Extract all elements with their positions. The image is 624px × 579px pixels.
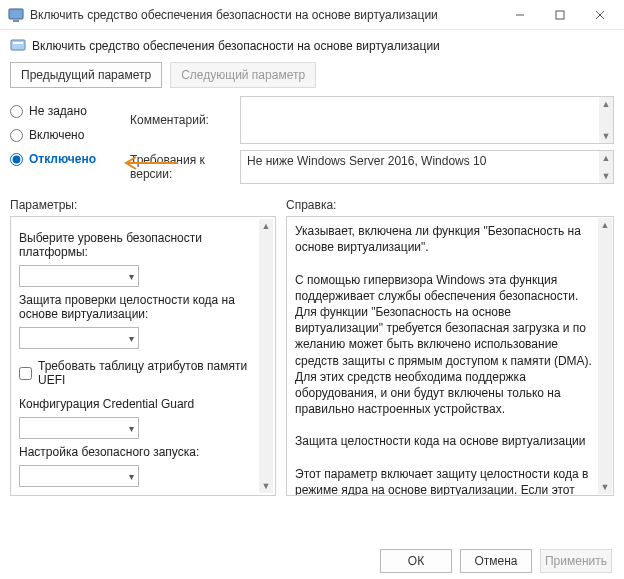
close-button[interactable] [580,1,620,29]
scroll-up-icon[interactable]: ▲ [259,219,273,233]
scroll-up-icon[interactable]: ▲ [599,97,613,111]
platform-security-dropdown[interactable]: ▾ [19,265,139,287]
maximize-button[interactable] [540,1,580,29]
requirements-value: Не ниже Windows Server 2016, Windows 10 [247,154,486,168]
params-column: Параметры: Выберите уровень безопасности… [10,198,276,496]
params-header: Параметры: [10,198,276,212]
uefi-checkbox-label: Требовать таблицу атрибутов памяти UEFI [38,359,267,387]
radio-disabled-label: Отключено [29,152,96,166]
code-integrity-label: Защита проверки целостности кода на осно… [19,293,267,321]
state-and-fields: Не задано Включено Отключено Комментарий… [10,96,614,190]
svg-rect-6 [11,40,25,50]
radio-enabled[interactable]: Включено [10,128,130,142]
state-radios: Не задано Включено Отключено [10,96,130,190]
minimize-button[interactable] [500,1,540,29]
comment-textarea[interactable]: ▲ ▼ [240,96,614,144]
radio-not-configured-input[interactable] [10,105,23,118]
help-panel: Указывает, включена ли функция "Безопасн… [286,216,614,496]
radio-disabled[interactable]: Отключено [10,152,130,166]
prev-setting-button[interactable]: Предыдущий параметр [10,62,162,88]
svg-rect-7 [13,42,23,44]
help-header: Справка: [286,198,614,212]
uefi-checkbox-row[interactable]: Требовать таблицу атрибутов памяти UEFI [19,359,267,387]
radio-enabled-label: Включено [29,128,84,142]
radio-disabled-input[interactable] [10,153,23,166]
annotation-arrow [122,156,178,170]
nav-row: Предыдущий параметр Следующий параметр [10,60,614,96]
help-text: Указывает, включена ли функция "Безопасн… [295,223,609,496]
window-controls [500,1,620,29]
scroll-down-icon[interactable]: ▼ [598,480,612,494]
scroll-up-icon[interactable]: ▲ [599,151,613,165]
params-panel: Выберите уровень безопасности платформы:… [10,216,276,496]
requirements-row: Требования к версии: Не ниже Windows Ser… [130,150,614,184]
chevron-down-icon: ▾ [129,271,134,282]
next-setting-button[interactable]: Следующий параметр [170,62,316,88]
app-icon [8,7,24,23]
dialog-buttons: ОК Отмена Применить [0,549,624,573]
apply-button[interactable]: Применить [540,549,612,573]
scroll-up-icon[interactable]: ▲ [598,218,612,232]
chevron-down-icon: ▾ [129,423,134,434]
radio-enabled-input[interactable] [10,129,23,142]
policy-icon [10,38,26,54]
columns: Параметры: Выберите уровень безопасности… [10,198,614,496]
svg-rect-3 [556,11,564,19]
window-title: Включить средство обеспечения безопаснос… [30,8,500,22]
help-column: Справка: Указывает, включена ли функция … [286,198,614,496]
secure-launch-dropdown[interactable]: ▾ [19,465,139,487]
scroll-down-icon[interactable]: ▼ [259,479,273,493]
uefi-checkbox[interactable] [19,367,32,380]
credential-guard-dropdown[interactable]: ▾ [19,417,139,439]
credential-guard-label: Конфигурация Credential Guard [19,397,267,411]
scroll-down-icon[interactable]: ▼ [599,129,613,143]
radio-not-configured-label: Не задано [29,104,87,118]
comment-scrollbar[interactable]: ▲ ▼ [599,97,613,143]
code-integrity-dropdown[interactable]: ▾ [19,327,139,349]
comment-row: Комментарий: ▲ ▼ [130,96,614,144]
requirements-text: Не ниже Windows Server 2016, Windows 10 … [240,150,614,184]
params-scrollbar[interactable]: ▲ ▼ [259,219,273,493]
secure-launch-label: Настройка безопасного запуска: [19,445,267,459]
radio-not-configured[interactable]: Не задано [10,104,130,118]
chevron-down-icon: ▾ [129,471,134,482]
cancel-button[interactable]: Отмена [460,549,532,573]
chevron-down-icon: ▾ [129,333,134,344]
page-title: Включить средство обеспечения безопаснос… [32,39,440,53]
platform-security-label: Выберите уровень безопасности платформы: [19,231,267,259]
svg-rect-0 [9,9,23,19]
ok-button[interactable]: ОК [380,549,452,573]
titlebar: Включить средство обеспечения безопаснос… [0,0,624,30]
requirements-scrollbar[interactable]: ▲ ▼ [599,151,613,183]
page-heading: Включить средство обеспечения безопаснос… [10,34,614,60]
scroll-down-icon[interactable]: ▼ [599,169,613,183]
right-fields: Комментарий: ▲ ▼ Требования к версии: Не… [130,96,614,190]
svg-rect-1 [13,20,19,22]
help-scrollbar[interactable]: ▲ ▼ [598,218,612,494]
comment-label: Комментарий: [130,113,240,127]
